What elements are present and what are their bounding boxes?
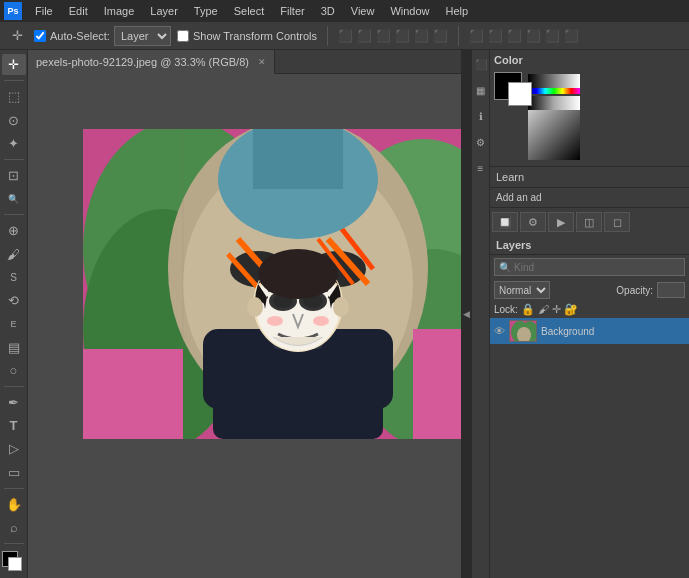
align-left-icon[interactable]: ⬛ xyxy=(395,29,410,43)
dodge-tool[interactable]: ○ xyxy=(2,360,26,381)
align-bottom-icon[interactable]: ⬛ xyxy=(376,29,391,43)
layer-name-label: Background xyxy=(541,326,594,337)
background-swatch[interactable] xyxy=(508,82,532,106)
menu-window[interactable]: Window xyxy=(383,3,436,19)
dist-left-icon[interactable]: ⬛ xyxy=(526,29,541,43)
color-swatches[interactable] xyxy=(494,72,522,100)
lock-label: Lock: xyxy=(494,304,518,315)
align-right-icon[interactable]: ⬛ xyxy=(433,29,448,43)
menu-layer[interactable]: Layer xyxy=(143,3,185,19)
dist-top-icon[interactable]: ⬛ xyxy=(469,29,484,43)
dist-right-icon[interactable]: ⬛ xyxy=(564,29,579,43)
action-icons-row: 🔲 ⚙ ▶ ◫ ◻ xyxy=(490,208,689,236)
right-panel-main: Color Learn xyxy=(489,50,689,578)
color-gradient-bar-2[interactable] xyxy=(528,88,580,94)
mask-icon[interactable]: ◻ xyxy=(604,212,630,232)
menu-3d[interactable]: 3D xyxy=(314,3,342,19)
info-panel-icon[interactable]: ℹ xyxy=(473,106,489,126)
histogram-icon[interactable]: ▦ xyxy=(473,80,489,100)
right-tool-column: ⬛ ▦ ℹ ⚙ ≡ xyxy=(471,50,489,578)
panel-collapse-handle[interactable]: ◀ xyxy=(461,50,471,578)
document-tab[interactable]: pexels-photo-92129.jpeg @ 33.3% (RGB/8) … xyxy=(28,50,275,74)
menu-filter[interactable]: Filter xyxy=(273,3,311,19)
adjustment-layer-icon[interactable]: ⚙ xyxy=(520,212,546,232)
svg-rect-14 xyxy=(83,349,183,439)
svg-rect-15 xyxy=(413,329,461,439)
menu-help[interactable]: Help xyxy=(439,3,476,19)
right-side: ◀ ⬛ ▦ ℹ ⚙ ≡ Color xyxy=(461,50,689,578)
layer-item-background[interactable]: 👁 Background xyxy=(490,318,689,344)
options-bar: ✛ Auto-Select: Layer Group Show Transfor… xyxy=(0,22,689,50)
tool-sep-4 xyxy=(4,386,24,387)
clone-stamp-tool[interactable]: S xyxy=(2,267,26,288)
canvas-image xyxy=(83,129,461,439)
type-tool[interactable]: T xyxy=(2,415,26,436)
tool-sep-5 xyxy=(4,488,24,489)
tool-sep-2 xyxy=(4,159,24,160)
menu-type[interactable]: Type xyxy=(187,3,225,19)
history-brush-tool[interactable]: ⟲ xyxy=(2,290,26,311)
brush-tool[interactable]: 🖌 xyxy=(2,243,26,264)
layers-panel: Layers 🔍 Normal Multiply Screen O xyxy=(490,236,689,578)
show-transform-checkbox[interactable] xyxy=(177,30,189,42)
show-transform-group: Show Transform Controls xyxy=(177,30,317,42)
pen-tool[interactable]: ✒ xyxy=(2,392,26,413)
eyedropper-tool[interactable]: 🔍 xyxy=(2,188,26,209)
menu-file[interactable]: File xyxy=(28,3,60,19)
layers-header: Layers xyxy=(490,236,689,255)
hand-tool[interactable]: ✋ xyxy=(2,494,26,515)
left-toolbar: ✛ ⬚ ⊙ ✦ ⊡ 🔍 ⊕ 🖌 S ⟲ E ▤ ○ ✒ T ▷ ▭ ✋ ⌕ xyxy=(0,50,28,578)
properties-icon[interactable]: ≡ xyxy=(473,158,489,178)
magic-wand-tool[interactable]: ✦ xyxy=(2,133,26,154)
crop-tool[interactable]: ⊡ xyxy=(2,165,26,186)
lock-transparent-icon[interactable]: 🔒 xyxy=(521,303,535,316)
color-gradient-bar-1[interactable] xyxy=(528,74,580,88)
menu-image[interactable]: Image xyxy=(97,3,142,19)
dist-vcenter-icon[interactable]: ⬛ xyxy=(488,29,503,43)
lock-position-icon[interactable]: ✛ xyxy=(552,303,561,316)
dist-bottom-icon[interactable]: ⬛ xyxy=(507,29,522,43)
lock-paint-icon[interactable]: 🖌 xyxy=(538,303,549,316)
align-top-icon[interactable]: ⬛ xyxy=(338,29,353,43)
gradient-tool[interactable]: ▤ xyxy=(2,336,26,357)
healing-tool[interactable]: ⊕ xyxy=(2,220,26,241)
adjustments-icon[interactable]: ⚙ xyxy=(473,132,489,152)
auto-select-checkbox[interactable] xyxy=(34,30,46,42)
move-tool[interactable]: ✛ xyxy=(2,54,26,75)
align-vcenter-icon[interactable]: ⬛ xyxy=(357,29,372,43)
link-icon[interactable]: ▶ xyxy=(548,212,574,232)
main-area: ✛ ⬚ ⊙ ✦ ⊡ 🔍 ⊕ 🖌 S ⟲ E ▤ ○ ✒ T ▷ ▭ ✋ ⌕ xyxy=(0,50,689,578)
menu-view[interactable]: View xyxy=(344,3,382,19)
smart-object-icon[interactable]: ◫ xyxy=(576,212,602,232)
canvas-viewport[interactable] xyxy=(28,74,461,578)
layer-thumbnail xyxy=(509,320,537,342)
distribute-icons-row: ⬛ ⬛ ⬛ ⬛ ⬛ ⬛ xyxy=(469,29,579,43)
color-picker[interactable] xyxy=(2,551,26,574)
layer-visibility-icon[interactable]: 👁 xyxy=(494,325,505,337)
dist-hcenter-icon[interactable]: ⬛ xyxy=(545,29,560,43)
app-icon: Ps xyxy=(4,2,22,20)
svg-rect-17 xyxy=(253,129,343,189)
align-hcenter-icon[interactable]: ⬛ xyxy=(414,29,429,43)
auto-select-dropdown[interactable]: Layer Group xyxy=(114,26,171,46)
menu-edit[interactable]: Edit xyxy=(62,3,95,19)
tab-close-button[interactable]: ✕ xyxy=(258,57,266,67)
blend-mode-select[interactable]: Normal Multiply Screen xyxy=(494,281,550,299)
new-layer-icon[interactable]: 🔲 xyxy=(492,212,518,232)
opacity-input[interactable] xyxy=(657,282,685,298)
color-sliders xyxy=(528,72,685,160)
zoom-tool[interactable]: ⌕ xyxy=(2,517,26,538)
menu-select[interactable]: Select xyxy=(227,3,272,19)
path-select-tool[interactable]: ▷ xyxy=(2,438,26,459)
lock-icons: 🔒 🖌 ✛ 🔐 xyxy=(521,303,578,316)
learn-title[interactable]: Learn xyxy=(496,171,524,183)
lock-all-icon[interactable]: 🔐 xyxy=(564,303,578,316)
layers-search-input[interactable] xyxy=(514,262,564,273)
lasso-tool[interactable]: ⊙ xyxy=(2,109,26,130)
color-sampler-icon[interactable]: ⬛ xyxy=(473,54,489,74)
shape-tool[interactable]: ▭ xyxy=(2,462,26,483)
marquee-tool[interactable]: ⬚ xyxy=(2,86,26,107)
layers-search[interactable]: 🔍 xyxy=(494,258,685,276)
eraser-tool[interactable]: E xyxy=(2,313,26,334)
tool-sep-1 xyxy=(4,80,24,81)
